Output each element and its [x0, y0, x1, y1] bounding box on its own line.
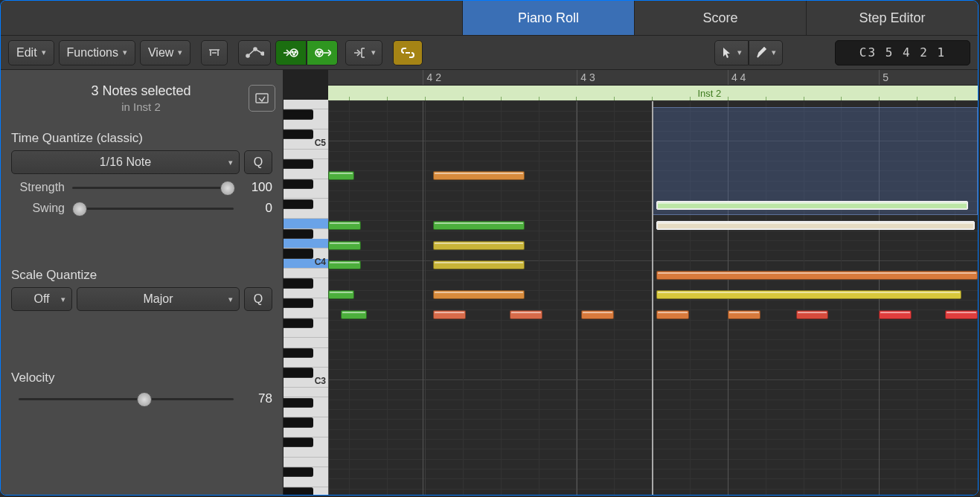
tab-score[interactable]: Score [634, 1, 806, 35]
chevron-down-icon: ▾ [61, 295, 65, 304]
ruler-mark: 4 4 [728, 70, 746, 85]
scale-type-select[interactable]: Major ▾ [77, 287, 240, 311]
midi-note[interactable] [433, 221, 524, 230]
collapse-button[interactable]: ▾ [345, 40, 382, 65]
midi-in-button[interactable] [275, 40, 307, 65]
tab-piano-roll[interactable]: Piano Roll [462, 1, 634, 35]
automation-button[interactable] [238, 40, 271, 65]
svg-point-10 [318, 54, 320, 55]
selection-rectangle [652, 107, 978, 215]
midi-note[interactable] [433, 290, 524, 299]
chevron-down-icon: ▾ [772, 48, 776, 57]
midi-note[interactable] [341, 310, 367, 319]
region-header[interactable]: Inst 2 [328, 86, 978, 101]
chevron-down-icon: ▾ [228, 158, 233, 167]
local-inspector-toggle[interactable] [249, 85, 275, 112]
midi-note[interactable] [581, 310, 614, 319]
velocity-slider[interactable] [19, 391, 234, 406]
time-quantize-label: Time Quantize (classic) [11, 131, 272, 146]
position-display[interactable]: C3 5 4 2 1 [835, 40, 970, 65]
functions-menu[interactable]: Functions▾ [59, 40, 135, 65]
piano-keyboard[interactable]: C5C4C3 [284, 70, 328, 496]
scale-quantize-label: Scale Quantize [11, 268, 272, 283]
svg-point-6 [293, 54, 295, 55]
strength-slider[interactable] [72, 180, 234, 195]
svg-point-9 [320, 51, 321, 53]
toolbar: Edit▾ Functions▾ View▾ ▾ [1, 36, 978, 70]
pencil-tool[interactable]: ▾ [749, 40, 783, 65]
midi-note[interactable] [433, 241, 524, 250]
strength-value: 100 [241, 180, 272, 195]
svg-point-5 [295, 51, 296, 53]
view-menu[interactable]: View▾ [140, 40, 190, 65]
scale-quantize-section: Scale Quantize Off ▾ Major ▾ Q [1, 263, 283, 321]
swing-label: Swing [11, 202, 65, 215]
midi-note[interactable] [945, 310, 978, 319]
time-quantize-section: Time Quantize (classic) 1/16 Note ▾ Q St… [1, 126, 283, 226]
playhead[interactable] [652, 101, 653, 496]
chevron-down-icon: ▾ [228, 295, 233, 304]
scale-quantize-apply-button[interactable]: Q [244, 287, 272, 311]
chevron-down-icon: ▾ [42, 48, 46, 57]
svg-point-8 [317, 51, 318, 53]
note-grid[interactable] [328, 101, 978, 496]
octave-label: C4 [315, 257, 326, 267]
chevron-down-icon: ▾ [178, 48, 182, 57]
midi-note[interactable] [328, 260, 361, 269]
velocity-value: 78 [241, 391, 272, 406]
link-button[interactable] [393, 40, 423, 65]
midi-note[interactable] [656, 201, 968, 210]
svg-point-2 [261, 52, 264, 55]
quantize-apply-button[interactable]: Q [244, 150, 272, 174]
midi-note[interactable] [796, 310, 829, 319]
midi-note[interactable] [879, 310, 912, 319]
midi-note[interactable] [328, 171, 354, 180]
midi-note[interactable] [433, 310, 466, 319]
swing-value: 0 [241, 201, 272, 216]
inspector-panel: 3 Notes selected in Inst 2 Time Quantize… [1, 70, 284, 496]
velocity-section: Velocity 78 [1, 366, 283, 417]
selection-title: 3 Notes selected [33, 83, 249, 99]
editor-tabs: Piano Roll Score Step Editor [1, 1, 978, 36]
strength-label: Strength [11, 181, 65, 194]
midi-note[interactable] [656, 221, 975, 230]
midi-note[interactable] [510, 310, 542, 319]
quantize-value-select[interactable]: 1/16 Note ▾ [11, 150, 240, 174]
midi-out-button[interactable] [307, 40, 338, 65]
midi-note[interactable] [656, 271, 978, 280]
chevron-down-icon: ▾ [737, 48, 742, 57]
midi-note[interactable] [656, 310, 689, 319]
midi-note[interactable] [433, 260, 524, 269]
ruler-mark: 4 2 [423, 70, 441, 85]
edit-menu[interactable]: Edit▾ [8, 40, 54, 65]
midi-note[interactable] [328, 241, 361, 250]
piano-roll-editor: C5C4C3 4 2 4 3 4 4 5 Inst 2 [284, 70, 978, 496]
chevron-down-icon: ▾ [123, 48, 127, 57]
midi-note[interactable] [656, 290, 961, 299]
midi-note[interactable] [728, 310, 760, 319]
selection-subtitle: in Inst 2 [33, 100, 249, 113]
svg-point-4 [292, 51, 293, 53]
midi-note[interactable] [328, 290, 354, 299]
snap-button[interactable] [201, 40, 228, 65]
scale-mode-select[interactable]: Off ▾ [11, 287, 72, 311]
chevron-down-icon: ▾ [371, 48, 376, 57]
midi-note[interactable] [433, 171, 524, 180]
velocity-label: Velocity [11, 371, 272, 385]
pointer-tool[interactable]: ▾ [714, 40, 749, 65]
ruler-mark: 5 [879, 70, 888, 85]
octave-label: C3 [315, 376, 326, 386]
midi-note[interactable] [328, 221, 361, 230]
octave-label: C5 [315, 138, 326, 148]
swing-slider[interactable] [72, 201, 234, 216]
tab-step-editor[interactable]: Step Editor [806, 1, 978, 35]
ruler-mark: 4 3 [577, 70, 595, 85]
time-ruler[interactable]: 4 2 4 3 4 4 5 [328, 70, 978, 86]
